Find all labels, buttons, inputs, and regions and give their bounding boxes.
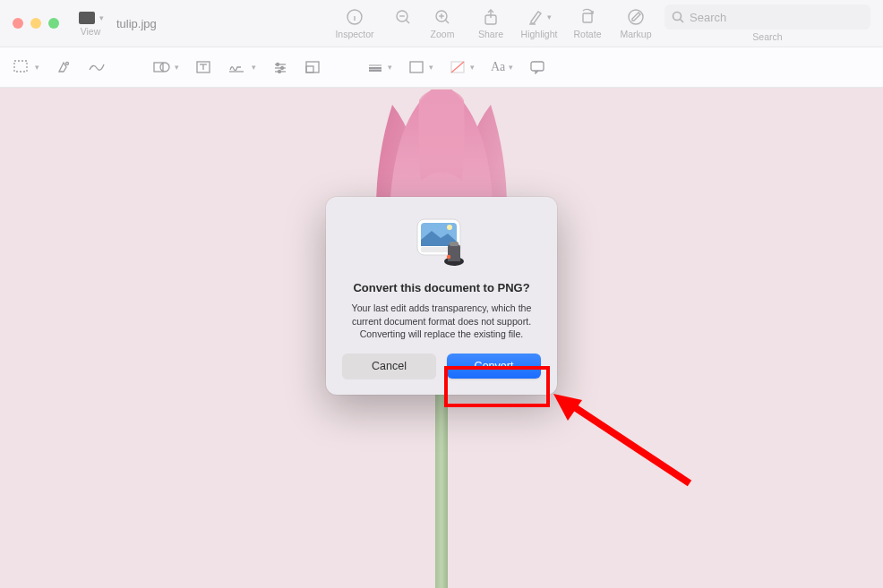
- preview-app-icon: [416, 217, 467, 268]
- svg-point-45: [447, 225, 452, 230]
- dialog-buttons: Cancel Convert: [342, 354, 541, 379]
- dialog-message: Your last edit adds transparency, which …: [342, 302, 541, 341]
- convert-button[interactable]: Convert: [447, 354, 541, 379]
- convert-dialog: Convert this document to PNG? Your last …: [326, 197, 557, 395]
- svg-point-49: [447, 255, 450, 259]
- dialog-title: Convert this document to PNG?: [342, 281, 541, 294]
- dialog-backdrop: Convert this document to PNG? Your last …: [0, 0, 883, 588]
- svg-rect-48: [450, 242, 459, 246]
- cancel-button[interactable]: Cancel: [342, 354, 436, 379]
